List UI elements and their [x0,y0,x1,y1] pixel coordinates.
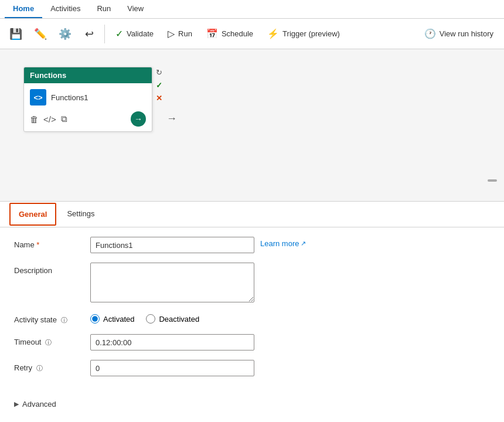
schedule-button[interactable]: 📅 Schedule [200,25,259,43]
form-area: Name * Learn more ↗ Description Activity… [0,227,504,395]
name-required: * [36,240,39,249]
copy-icon[interactable]: ⧉ [61,114,67,124]
save-button[interactable]: 💾 [5,26,27,42]
description-label: Description [14,263,90,275]
activated-radio[interactable] [90,314,100,324]
schedule-icon: 📅 [206,28,218,39]
retry-label: Retry ⓘ [14,360,90,373]
view-run-history-button[interactable]: 🕐 View run history [418,25,499,43]
arrow-connector: → [166,113,177,125]
check-indicator[interactable]: ✓ [154,80,164,90]
canvas-area: Functions <> Functions1 🗑 </> ⧉ → ↻ ✓ ✕ [0,49,504,202]
refresh-indicator[interactable]: ↻ [154,67,164,77]
name-label: Name * [14,237,90,249]
toolbar-divider-1 [104,25,105,43]
edit-icon: ✏️ [34,29,47,39]
activity-state-row: Activity state ⓘ Activated Deactivated [14,312,490,325]
tab-activities[interactable]: Activities [42,0,88,18]
settings-button[interactable]: ⚙️ [54,26,76,42]
deactivated-radio[interactable] [146,314,155,324]
description-row: Description [14,263,490,302]
timeout-label: Timeout ⓘ [14,334,90,347]
go-button[interactable]: → [131,111,146,127]
validate-icon: ✓ [115,28,123,39]
tab-run[interactable]: Run [88,0,119,18]
code-icon[interactable]: </> [43,114,56,124]
trigger-icon: ⚡ [267,28,279,39]
bottom-panel: General Settings Name * Learn more ↗ Des… [0,202,504,413]
timeout-row: Timeout ⓘ [14,334,490,350]
functions-card: Functions <> Functions1 🗑 </> ⧉ → [23,67,152,132]
deactivated-radio-item[interactable]: Deactivated [146,314,199,324]
toolbar: 💾 ✏️ ⚙️ ↩ ✓ Validate ▷ Run 📅 Schedule ⚡ … [0,19,504,49]
activity-state-label: Activity state ⓘ [14,312,90,325]
tab-home[interactable]: Home [5,0,42,18]
timeout-input[interactable] [90,334,254,350]
gear-icon: ⚙️ [59,29,71,39]
timeout-info-icon[interactable]: ⓘ [45,339,52,346]
tab-bar: Home Activities Run View [0,0,504,19]
functions-card-header: Functions [24,67,152,83]
activity-state-info-icon[interactable]: ⓘ [61,316,67,324]
external-link-icon: ↗ [301,240,306,247]
trigger-button[interactable]: ⚡ Trigger (preview) [261,25,346,43]
arrow-right-icon: → [134,114,142,124]
learn-more-link[interactable]: Learn more ↗ [260,237,306,248]
delete-icon[interactable]: 🗑 [30,114,39,124]
card-side-indicators: ↻ ✓ ✕ [154,67,164,103]
cross-indicator[interactable]: ✕ [154,93,164,103]
name-input[interactable] [90,237,254,253]
section-tabs: General Settings [0,202,504,227]
tab-view[interactable]: View [119,0,152,18]
function-icon-box: <> [30,89,46,106]
functions-actions: 🗑 </> ⧉ → [29,110,147,127]
save-icon: 💾 [9,29,22,39]
collapse-handle[interactable] [488,179,497,182]
name-row: Name * Learn more ↗ [14,237,490,253]
function-name: Functions1 [51,93,88,102]
retry-input[interactable] [90,360,254,376]
activity-state-radio-group: Activated Deactivated [90,312,199,324]
function-code-icon: <> [33,93,42,102]
validate-button[interactable]: ✓ Validate [110,25,159,43]
undo-button[interactable]: ↩ [79,26,100,42]
functions-card-body: <> Functions1 🗑 </> ⧉ → [24,83,152,131]
retry-row: Retry ⓘ [14,360,490,376]
history-icon: 🕐 [424,28,436,39]
tab-settings[interactable]: Settings [59,203,103,225]
undo-icon: ↩ [85,29,94,39]
activated-radio-item[interactable]: Activated [90,314,134,324]
tab-general[interactable]: General [9,203,56,226]
run-button[interactable]: ▷ Run [162,25,198,43]
advanced-row[interactable]: ▶ Advanced [0,395,504,413]
functions-item: <> Functions1 [29,87,147,108]
chevron-right-icon: ▶ [14,400,19,408]
description-input[interactable] [90,263,254,302]
retry-info-icon[interactable]: ⓘ [36,365,43,372]
run-icon: ▷ [168,28,175,39]
edit-button[interactable]: ✏️ [29,26,52,42]
